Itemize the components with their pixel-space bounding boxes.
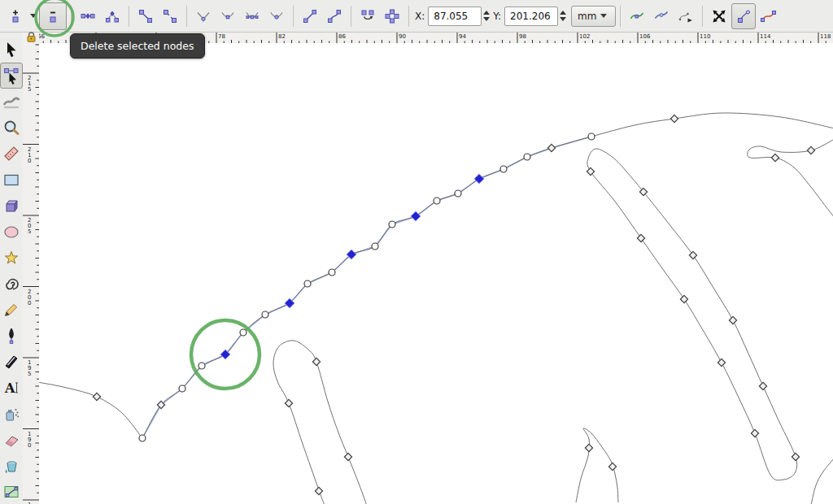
path-node-diamond[interactable] bbox=[637, 234, 644, 241]
path-node-circle[interactable] bbox=[329, 269, 335, 276]
insert-nodes-button[interactable] bbox=[3, 3, 28, 29]
edit-mask-button[interactable] bbox=[649, 3, 674, 29]
path-node-circle[interactable] bbox=[198, 363, 205, 369]
ruler-label: 66 bbox=[39, 33, 45, 40]
lock-guides-icon[interactable] bbox=[25, 31, 37, 43]
separator bbox=[129, 6, 129, 27]
path-node-diamond[interactable] bbox=[792, 453, 799, 460]
path-node-circle[interactable] bbox=[389, 221, 395, 228]
canvas[interactable] bbox=[0, 0, 833, 504]
x-coordinate-input[interactable]: 87.055 bbox=[428, 7, 482, 26]
join-with-segment-button[interactable] bbox=[133, 3, 158, 29]
path-node-circle[interactable] bbox=[139, 435, 146, 441]
tool-gradient[interactable] bbox=[0, 479, 23, 504]
separator bbox=[71, 6, 72, 27]
selected-node-diamond[interactable] bbox=[474, 174, 484, 184]
x-spinner[interactable] bbox=[483, 11, 490, 21]
corner-node-button[interactable] bbox=[191, 3, 216, 29]
tool-star[interactable] bbox=[0, 245, 23, 271]
ruler-label: 110 bbox=[700, 33, 710, 40]
path-node-circle[interactable] bbox=[372, 243, 378, 250]
delete-nodes-button[interactable] bbox=[39, 2, 67, 30]
smooth-node-button[interactable] bbox=[216, 3, 240, 29]
insert-mode-dropdown-icon[interactable] bbox=[30, 14, 37, 18]
tool-pen[interactable] bbox=[0, 323, 23, 349]
path-node-diamond[interactable] bbox=[751, 429, 758, 437]
tool-3dbox[interactable] bbox=[0, 193, 23, 219]
tool-tweak[interactable] bbox=[0, 89, 23, 115]
tool-selector[interactable] bbox=[0, 37, 23, 63]
tool-eraser[interactable] bbox=[0, 427, 23, 453]
show-transform-handles-toggle[interactable] bbox=[707, 3, 731, 29]
path-node-diamond[interactable] bbox=[285, 399, 292, 406]
tool-node[interactable] bbox=[0, 63, 23, 89]
path-node-circle[interactable] bbox=[455, 190, 461, 197]
path-node-diamond[interactable] bbox=[547, 144, 555, 151]
path-node-diamond[interactable] bbox=[585, 444, 592, 451]
path-node-circle[interactable] bbox=[179, 385, 185, 392]
show-path-outline-toggle[interactable] bbox=[756, 3, 780, 29]
path-node-circle[interactable] bbox=[304, 280, 311, 287]
selected-node-diamond[interactable] bbox=[411, 211, 421, 221]
ruler-label: 94 bbox=[459, 33, 466, 40]
path-node-circle[interactable] bbox=[240, 329, 246, 336]
tool-text[interactable]: A bbox=[0, 375, 23, 401]
path-outline-left-dip[interactable] bbox=[37, 382, 142, 438]
path-node-diamond[interactable] bbox=[344, 453, 351, 460]
path-node-diamond[interactable] bbox=[93, 393, 100, 400]
vertical-ruler[interactable]: 215210205200195190185 bbox=[23, 33, 39, 504]
symmetric-node-button[interactable] bbox=[240, 3, 264, 29]
tool-spiral[interactable] bbox=[0, 271, 23, 297]
path-node-diamond[interactable] bbox=[680, 295, 687, 302]
tool-bucket[interactable] bbox=[0, 453, 23, 479]
tool-measure[interactable] bbox=[0, 141, 23, 167]
path-node-diamond[interactable] bbox=[717, 358, 725, 366]
path-node-diamond[interactable] bbox=[608, 463, 616, 470]
path-finger-slot-long[interactable] bbox=[587, 149, 797, 480]
path-outline-hill[interactable] bbox=[142, 113, 833, 438]
path-node-diamond[interactable] bbox=[771, 154, 778, 161]
separator bbox=[293, 6, 294, 27]
unit-value: mm bbox=[578, 11, 596, 22]
path-node-diamond[interactable] bbox=[729, 316, 736, 324]
auto-node-button[interactable] bbox=[264, 3, 289, 29]
tool-rectangle[interactable] bbox=[0, 167, 23, 193]
edit-clip-button[interactable] bbox=[625, 3, 649, 29]
stroke-to-path-button[interactable] bbox=[380, 3, 404, 29]
break-path-button[interactable] bbox=[100, 3, 124, 29]
lpe-parameter-button[interactable] bbox=[674, 3, 698, 29]
path-finger-slot-bottom[interactable] bbox=[273, 341, 367, 504]
delete-segment-button[interactable] bbox=[158, 3, 182, 29]
join-nodes-button[interactable] bbox=[76, 3, 100, 29]
path-node-circle[interactable] bbox=[434, 198, 440, 204]
segment-line-button[interactable] bbox=[298, 3, 322, 29]
ruler-label: 5 bbox=[28, 86, 31, 93]
tool-zoom[interactable] bbox=[0, 115, 23, 141]
y-spinner[interactable] bbox=[560, 11, 566, 21]
path-node-diamond[interactable] bbox=[689, 251, 696, 259]
path-node-circle[interactable] bbox=[524, 154, 530, 160]
path-node-circle[interactable] bbox=[588, 133, 595, 140]
tool-calligraphy[interactable] bbox=[0, 349, 23, 375]
unit-dropdown[interactable]: mm bbox=[571, 6, 616, 27]
path-node-circle[interactable] bbox=[262, 311, 268, 318]
y-coordinate-input[interactable]: 201.206 bbox=[504, 7, 558, 26]
tooltip: Delete selected nodes bbox=[70, 33, 205, 59]
ruler-label: 0 bbox=[28, 300, 31, 306]
path-node-diamond[interactable] bbox=[670, 115, 678, 122]
object-to-path-button[interactable] bbox=[355, 3, 380, 29]
path-node-diamond[interactable] bbox=[315, 487, 322, 494]
path-node-diamond[interactable] bbox=[759, 382, 766, 389]
path-finger-slot-right[interactable] bbox=[748, 139, 833, 218]
path-node-diamond[interactable] bbox=[807, 146, 814, 154]
tool-spray[interactable] bbox=[0, 401, 23, 427]
show-bezier-handles-toggle[interactable] bbox=[731, 3, 756, 29]
ruler-label: 78 bbox=[218, 33, 225, 40]
segment-curve-button[interactable] bbox=[322, 3, 347, 29]
path-node-diamond[interactable] bbox=[312, 358, 320, 365]
path-node-diamond[interactable] bbox=[587, 167, 594, 175]
tool-ellipse[interactable] bbox=[0, 219, 23, 245]
path-node-circle[interactable] bbox=[500, 166, 507, 172]
path-corner-arc[interactable] bbox=[811, 458, 833, 504]
tool-pencil[interactable] bbox=[0, 297, 23, 323]
